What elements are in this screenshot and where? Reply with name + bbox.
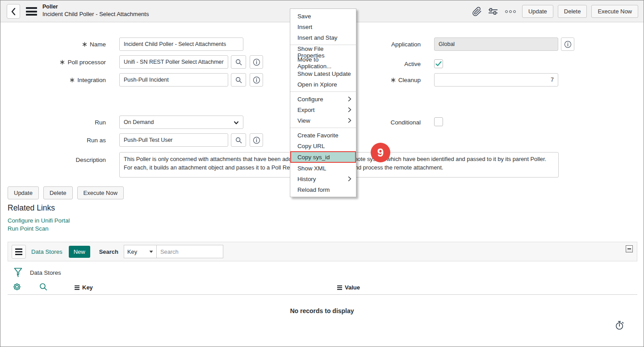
- run-as-label: Run as: [25, 133, 106, 147]
- search-label: Search: [99, 248, 118, 255]
- menu-item-save[interactable]: Save: [290, 11, 356, 21]
- list-context-menu-button[interactable]: [12, 245, 26, 259]
- checkmark-icon: [435, 61, 442, 66]
- link-configure-unifi-portal[interactable]: Configure in Unifi Portal: [8, 217, 70, 224]
- cleanup-input[interactable]: [434, 73, 558, 87]
- menu-item-create-favorite[interactable]: Create Favorite: [290, 130, 356, 140]
- empty-list-message: No records to display: [0, 307, 644, 314]
- name-label: Name: [25, 37, 106, 51]
- conditional-checkbox[interactable]: [434, 117, 443, 126]
- menu-item-view[interactable]: View: [290, 115, 356, 126]
- header-title-block: Poller Incident Child Poller - Select At…: [42, 4, 149, 18]
- application-input: [434, 37, 558, 51]
- list-header-row: Key Value: [8, 281, 637, 295]
- menu-item-insert-and-stay[interactable]: Insert and Stay: [290, 32, 356, 43]
- poll-processor-lookup-button[interactable]: [231, 55, 246, 69]
- menu-item-insert[interactable]: Insert: [290, 21, 356, 32]
- timer-stopwatch-icon[interactable]: [615, 320, 625, 332]
- info-icon: [253, 136, 260, 144]
- back-button[interactable]: [7, 4, 20, 19]
- poll-processor-info-button[interactable]: [250, 55, 263, 69]
- execute-now-button-header[interactable]: Execute Now: [591, 5, 638, 18]
- application-info-button[interactable]: [561, 37, 574, 51]
- sliders-icon[interactable]: [487, 6, 499, 17]
- menu-item-show-latest-update[interactable]: Show Latest Update: [290, 68, 356, 79]
- data-stores-related-list: Data Stores New Search Key Data Stores: [8, 242, 637, 295]
- run-select[interactable]: On Demand: [119, 116, 243, 129]
- dropdown-arrow-icon: [149, 250, 153, 253]
- integration-label: Integration: [25, 73, 106, 87]
- submenu-arrow-icon: [348, 96, 351, 102]
- chevron-left-icon: [11, 8, 16, 16]
- app-window: Poller Incident Child Poller - Select At…: [0, 0, 644, 347]
- menu-item-move-to-application[interactable]: Move to Application...: [290, 58, 356, 68]
- menu-divider: [290, 45, 356, 45]
- submenu-arrow-icon: [348, 176, 351, 182]
- integration-lookup-button[interactable]: [231, 73, 246, 87]
- related-links-title: Related Links: [8, 203, 55, 213]
- run-as-input[interactable]: [119, 133, 228, 147]
- run-label: Run: [25, 116, 106, 129]
- data-stores-list-title[interactable]: Data Stores: [31, 248, 63, 255]
- mandatory-icon: [60, 60, 65, 65]
- list-breadcrumb-row: Data Stores: [8, 261, 637, 281]
- update-button-header[interactable]: Update: [522, 5, 553, 18]
- delete-button-header[interactable]: Delete: [558, 5, 587, 18]
- menu-divider: [290, 91, 356, 92]
- submenu-arrow-icon: [348, 107, 351, 112]
- delete-button-footer[interactable]: Delete: [43, 186, 73, 199]
- mandatory-icon: [391, 78, 396, 83]
- list-personalize-gear-icon[interactable]: [13, 282, 21, 293]
- menu-item-copy-sys-id[interactable]: Copy sys_id: [290, 151, 356, 163]
- run-as-info-button[interactable]: [250, 133, 263, 147]
- menu-item-reload-form[interactable]: Reload form: [290, 184, 356, 195]
- mandatory-icon: [70, 78, 75, 83]
- breadcrumb-all[interactable]: Data Stores: [30, 269, 61, 276]
- chevron-down-icon: [234, 120, 239, 125]
- paperclip-icon[interactable]: [471, 6, 483, 17]
- list-search-input[interactable]: [156, 245, 223, 258]
- menu-item-copy-url[interactable]: Copy URL: [290, 140, 356, 151]
- filter-funnel-icon[interactable]: [14, 268, 22, 278]
- menu-item-configure[interactable]: Configure: [290, 94, 356, 104]
- mandatory-icon: [82, 42, 87, 47]
- record-title: Incident Child Poller - Select Attachmen…: [42, 11, 149, 18]
- more-options-icon[interactable]: [503, 10, 518, 13]
- magnifier-icon: [235, 137, 242, 144]
- execute-now-button-footer[interactable]: Execute Now: [77, 186, 124, 199]
- poll-processor-input[interactable]: [119, 55, 228, 69]
- name-input[interactable]: [119, 37, 243, 51]
- form-context-menu-button[interactable]: [26, 7, 37, 16]
- active-checkbox[interactable]: [434, 59, 443, 68]
- submenu-arrow-icon: [348, 118, 351, 123]
- info-icon: [253, 76, 260, 84]
- run-as-lookup-button[interactable]: [231, 133, 246, 147]
- menu-item-export[interactable]: Export: [290, 104, 356, 115]
- integration-input[interactable]: [119, 73, 228, 87]
- column-menu-icon: [75, 285, 79, 290]
- menu-divider: [290, 128, 356, 128]
- data-stores-toolbar: Data Stores New Search Key: [8, 242, 637, 261]
- magnifier-icon: [235, 59, 242, 66]
- annotation-step-badge: 9: [371, 143, 390, 162]
- new-record-button[interactable]: New: [69, 246, 90, 258]
- collapse-list-icon[interactable]: [626, 245, 633, 252]
- column-header-key[interactable]: Key: [75, 284, 93, 291]
- info-icon: [253, 58, 260, 66]
- menu-item-history[interactable]: History: [290, 174, 356, 184]
- description-label: Description: [25, 153, 106, 166]
- link-run-point-scan[interactable]: Run Point Scan: [8, 225, 49, 232]
- list-search-toggle-icon[interactable]: [39, 283, 47, 293]
- column-menu-icon: [337, 285, 342, 290]
- search-column-select[interactable]: Key: [124, 245, 157, 258]
- column-header-value[interactable]: Value: [337, 284, 360, 291]
- integration-info-button[interactable]: [250, 73, 263, 87]
- info-icon: [564, 41, 572, 48]
- magnifier-icon: [235, 77, 242, 83]
- context-menu: Save Insert Insert and Stay Show File Pr…: [290, 8, 356, 197]
- poll-processor-label: Poll processor: [25, 55, 106, 69]
- record-type: Poller: [42, 4, 149, 11]
- menu-item-open-in-xplore[interactable]: Open in Xplore: [290, 79, 356, 90]
- menu-item-show-xml[interactable]: Show XML: [290, 163, 356, 174]
- update-button-footer[interactable]: Update: [8, 186, 39, 199]
